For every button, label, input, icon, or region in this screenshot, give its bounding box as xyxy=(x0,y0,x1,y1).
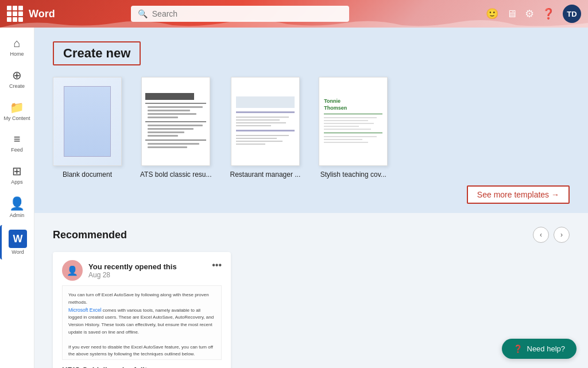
doc-preview: You can turn off Excel AutoSave by follo… xyxy=(62,285,222,360)
sidebar-label-apps: Apps xyxy=(11,179,23,185)
doc-date: Aug 28 xyxy=(88,271,177,279)
create-section: Create new Blank document xyxy=(34,28,588,213)
feed-icon: ≡ xyxy=(14,133,21,146)
sidebar-item-admin[interactable]: 👤 Admin xyxy=(0,192,34,223)
topbar-right: 🙂 🖥 ⚙ ❓ TD xyxy=(486,5,581,23)
apps-icon: ⊞ xyxy=(12,164,22,178)
doc-link[interactable]: Microsoft Excel xyxy=(68,307,102,313)
need-help-button[interactable]: ❓ Need help? xyxy=(502,339,577,359)
sidebar-label-home: Home xyxy=(10,51,24,57)
see-more-row: See more templates → xyxy=(53,185,570,204)
template-item-ats[interactable]: ATS bold classic resu... xyxy=(140,77,212,179)
main-layout: ⌂ Home ⊕ Create 📁 My Content ≡ Feed ⊞ Ap… xyxy=(0,28,588,368)
template-item-blank[interactable]: Blank document xyxy=(53,77,122,179)
sidebar-label-create: Create xyxy=(9,83,25,89)
recommended-header: Recommended ‹ › xyxy=(53,227,570,243)
template-label-stylish: Stylish teaching cov... xyxy=(320,171,386,179)
sidebar-item-create[interactable]: ⊕ Create xyxy=(0,64,34,94)
home-icon: ⌂ xyxy=(13,37,20,50)
doc-recently-opened: You recently opened this xyxy=(88,262,177,271)
sidebar-label-admin: Admin xyxy=(10,212,25,218)
waffle-menu[interactable] xyxy=(7,6,23,22)
content-area: Create new Blank document xyxy=(34,28,588,368)
avatar[interactable]: TD xyxy=(563,5,581,23)
sidebar-item-home[interactable]: ⌂ Home xyxy=(0,32,34,61)
feedback-icon[interactable]: 🖥 xyxy=(506,8,517,20)
template-item-restaurant[interactable]: Restaurant manager ... xyxy=(230,77,301,179)
template-label-restaurant: Restaurant manager ... xyxy=(230,171,301,179)
sidebar-item-my-content[interactable]: 📁 My Content xyxy=(0,96,34,126)
doc-more-button[interactable]: ••• xyxy=(212,260,222,270)
template-thumb-stylish: TonnieThomsen xyxy=(319,77,388,166)
sidebar-label-my-content: My Content xyxy=(3,115,30,121)
see-more-button[interactable]: See more templates → xyxy=(467,185,570,204)
emoji-icon[interactable]: 🙂 xyxy=(486,7,498,20)
app-name: Word xyxy=(29,8,55,20)
sidebar-item-apps[interactable]: ⊞ Apps xyxy=(0,160,34,189)
templates-row: Blank document xyxy=(53,77,570,179)
template-thumb-blank xyxy=(53,77,122,166)
prev-arrow[interactable]: ‹ xyxy=(533,227,549,243)
template-label-ats: ATS bold classic resu... xyxy=(140,171,212,179)
sidebar-item-word[interactable]: W Word xyxy=(0,225,34,259)
template-thumb-restaurant xyxy=(231,77,300,166)
topbar: Word 🔍 🙂 🖥 ⚙ ❓ TD xyxy=(0,0,588,28)
create-icon: ⊕ xyxy=(12,68,22,82)
sidebar-label-feed: Feed xyxy=(11,147,23,153)
create-new-label: Create new xyxy=(53,41,141,65)
next-arrow[interactable]: › xyxy=(554,227,570,243)
doc-card-header: 👤 You recently opened this Aug 28 ••• xyxy=(62,260,222,281)
recommended-title: Recommended xyxy=(53,229,127,241)
admin-icon: 👤 xyxy=(9,196,25,211)
folder-icon: 📁 xyxy=(10,100,24,114)
word-icon: W xyxy=(13,233,23,245)
doc-name: HRIS Guidelines by Adite xyxy=(62,366,222,368)
sidebar-label-word: Word xyxy=(11,249,24,255)
sidebar-item-feed[interactable]: ≡ Feed xyxy=(0,128,34,157)
word-icon-box: W xyxy=(9,230,27,248)
template-thumb-ats xyxy=(141,77,210,166)
doc-card[interactable]: 👤 You recently opened this Aug 28 ••• Yo… xyxy=(53,252,231,368)
search-bar: 🔍 xyxy=(131,6,349,22)
doc-preview-text: You can turn off Excel AutoSave by follo… xyxy=(68,292,215,358)
need-help-label: Need help? xyxy=(527,344,566,353)
sidebar: ⌂ Home ⊕ Create 📁 My Content ≡ Feed ⊞ Ap… xyxy=(0,28,34,368)
help-circle-icon: ❓ xyxy=(513,344,523,353)
doc-info: You recently opened this Aug 28 xyxy=(88,262,177,279)
nav-arrows: ‹ › xyxy=(533,227,570,243)
template-item-stylish[interactable]: TonnieThomsen St xyxy=(319,77,388,179)
search-icon: 🔍 xyxy=(138,9,148,18)
template-label-blank: Blank document xyxy=(63,171,112,179)
settings-icon[interactable]: ⚙ xyxy=(525,7,534,20)
help-icon[interactable]: ❓ xyxy=(542,7,555,20)
doc-card-meta: 👤 You recently opened this Aug 28 xyxy=(62,260,177,281)
search-input[interactable] xyxy=(152,9,324,18)
doc-avatar: 👤 xyxy=(62,260,83,281)
